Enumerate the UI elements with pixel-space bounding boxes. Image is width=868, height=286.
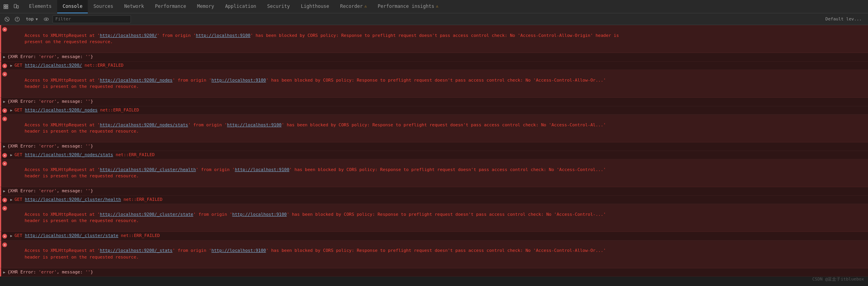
expand-icon[interactable]: ▶ bbox=[2, 55, 7, 59]
expand-icon[interactable]: ▶ bbox=[2, 99, 7, 104]
error-icon: ✕ bbox=[2, 197, 7, 203]
url-link[interactable]: http://localhost:9100 bbox=[212, 78, 266, 83]
svg-point-10 bbox=[17, 20, 18, 21]
url-link[interactable]: http://localhost:9200/_cluster/state bbox=[25, 233, 118, 238]
expand-icon[interactable]: ▶ bbox=[2, 270, 7, 275]
entry-text: Access to XMLHttpRequest at 'http://loca… bbox=[9, 241, 866, 267]
url-link[interactable]: http://localhost:9200/_nodes/stats bbox=[25, 152, 113, 157]
error-icon: ✕ bbox=[2, 63, 7, 69]
entry-text: GET http://localhost:9200/_cluster/healt… bbox=[14, 197, 866, 203]
log-entry-get: ✕ ▶ GET http://localhost:9200/_cluster/h… bbox=[0, 196, 868, 204]
tab-recorder[interactable]: Recorder bbox=[335, 0, 372, 13]
url-link[interactable]: http://localhost:9100 bbox=[227, 122, 281, 128]
url-link[interactable]: http://localhost:9100 bbox=[212, 248, 266, 253]
url-link[interactable]: http://localhost:9100 bbox=[235, 167, 289, 172]
entry-text: GET http://localhost:9200/ net::ERR_FAIL… bbox=[14, 62, 866, 69]
tab-application[interactable]: Application bbox=[219, 0, 261, 13]
entry-text: {XHR Error: 'error', message: ''} bbox=[7, 269, 866, 276]
tab-lighthouse[interactable]: Lighthouse bbox=[295, 0, 335, 13]
url-link[interactable]: http://localhost:9200/_cluster/state bbox=[100, 212, 193, 217]
svg-rect-2 bbox=[4, 7, 5, 9]
log-entry: ✕ Access to XMLHttpRequest at 'http://lo… bbox=[0, 70, 868, 98]
tab-performance[interactable]: Performance bbox=[150, 0, 192, 13]
log-entry-xhr: ▶ {XHR Error: 'error', message: ''} bbox=[0, 98, 868, 106]
log-entry: ✕ Access to XMLHttpRequest at 'http://lo… bbox=[0, 115, 868, 142]
expand-icon[interactable]: ▶ bbox=[9, 153, 14, 157]
tab-sources[interactable]: Sources bbox=[88, 0, 119, 13]
url-link[interactable]: http://localhost:9200/_cluster/health bbox=[25, 197, 121, 202]
url-link[interactable]: http://localhost:9200/_nodes bbox=[25, 107, 98, 113]
error-icon: ✕ bbox=[2, 27, 7, 32]
device-icon[interactable] bbox=[12, 2, 20, 11]
expand-icon[interactable]: ▶ bbox=[9, 63, 14, 68]
tab-performance-insights[interactable]: Performance insights bbox=[372, 0, 444, 13]
url-link[interactable]: http://localhost:9200/ bbox=[25, 63, 82, 68]
entry-text: GET http://localhost:9200/_cluster/state… bbox=[14, 233, 866, 239]
entry-text: {XHR Error: 'error', message: ''} bbox=[7, 143, 866, 150]
expand-icon[interactable]: ▶ bbox=[9, 108, 14, 113]
devtools-icons bbox=[2, 2, 20, 11]
log-entry-get: ✕ ▶ GET http://localhost:9200/_nodes/sta… bbox=[0, 151, 868, 160]
url-link[interactable]: http://localhost:9200/_nodes bbox=[100, 78, 172, 83]
entry-text: Access to XMLHttpRequest at 'http://loca… bbox=[9, 115, 866, 141]
log-entry: ✕ Access to XMLHttpRequest at 'http://lo… bbox=[0, 240, 868, 268]
tab-security[interactable]: Security bbox=[262, 0, 295, 13]
svg-line-7 bbox=[6, 18, 8, 20]
svg-rect-1 bbox=[6, 5, 8, 6]
pause-on-exception-button[interactable] bbox=[13, 15, 21, 23]
eye-icon-button[interactable] bbox=[42, 15, 50, 23]
entry-text: Access to XMLHttpRequest at 'http://loca… bbox=[9, 205, 866, 231]
log-entry-xhr: ▶ {XHR Error: 'error', message: ''} bbox=[0, 53, 868, 62]
svg-rect-5 bbox=[17, 5, 18, 8]
entry-text: GET http://localhost:9200/_nodes/stats n… bbox=[14, 152, 866, 158]
log-entry-get: ✕ ▶ GET http://localhost:9200/ net::ERR_… bbox=[0, 62, 868, 70]
tab-elements[interactable]: Elements bbox=[24, 0, 57, 13]
url-link[interactable]: http://localhost:9200/_cluster/health bbox=[100, 167, 196, 172]
log-entry-xhr: ▶ {XHR Error: 'error', message: ''} bbox=[0, 268, 868, 277]
console-output: ✕ Access to XMLHttpRequest at 'http://lo… bbox=[0, 25, 868, 286]
log-entry: ✕ Access to XMLHttpRequest at 'http://lo… bbox=[0, 25, 868, 53]
log-level-selector[interactable]: top ▼ bbox=[24, 16, 40, 22]
filter-input[interactable] bbox=[53, 15, 131, 23]
tab-memory[interactable]: Memory bbox=[192, 0, 219, 13]
default-level-label: Default lev... bbox=[825, 16, 862, 22]
entry-text: Access to XMLHttpRequest at 'http://loca… bbox=[9, 71, 866, 97]
url-link[interactable]: http://localhost:9200/_nodes/stats bbox=[100, 122, 188, 128]
expand-icon[interactable]: ▶ bbox=[9, 233, 14, 238]
tab-console[interactable]: Console bbox=[57, 0, 88, 13]
log-entry-get: ✕ ▶ GET http://localhost:9200/_nodes net… bbox=[0, 106, 868, 115]
chevron-down-icon: ▼ bbox=[36, 17, 38, 21]
error-icon: ✕ bbox=[2, 161, 7, 166]
inspect-icon[interactable] bbox=[2, 2, 10, 11]
entry-text: GET http://localhost:9200/_nodes net::ER… bbox=[14, 107, 866, 114]
url-link[interactable]: http://localhost:9200/ bbox=[100, 33, 157, 38]
error-icon: ✕ bbox=[2, 116, 7, 122]
log-entry: ✕ Access to XMLHttpRequest at 'http://lo… bbox=[0, 159, 868, 187]
url-link[interactable]: http://localhost:9200/_stats bbox=[100, 248, 172, 253]
error-icon: ✕ bbox=[2, 242, 7, 248]
svg-point-12 bbox=[45, 18, 47, 20]
entry-text: Access to XMLHttpRequest at 'http://loca… bbox=[9, 26, 866, 52]
error-icon: ✕ bbox=[2, 233, 7, 239]
entry-text: {XHR Error: 'error', message: ''} bbox=[7, 188, 866, 195]
url-link[interactable]: http://localhost:9100 bbox=[232, 212, 287, 217]
expand-icon[interactable]: ▶ bbox=[2, 144, 7, 149]
tab-bar: Elements Console Sources Network Perform… bbox=[0, 0, 868, 13]
tab-network[interactable]: Network bbox=[119, 0, 150, 13]
log-entry: ✕ Access to XMLHttpRequest at 'http://lo… bbox=[0, 204, 868, 232]
error-icon: ✕ bbox=[2, 108, 7, 113]
entry-text: {XHR Error: 'error', message: ''} bbox=[7, 98, 866, 105]
expand-icon[interactable]: ▶ bbox=[9, 197, 14, 202]
error-icon: ✕ bbox=[2, 206, 7, 211]
error-icon: ✕ bbox=[2, 71, 7, 77]
url-link[interactable]: http://localhost:9100 bbox=[196, 33, 250, 38]
error-icon: ✕ bbox=[2, 153, 7, 158]
entry-text: {XHR Error: 'error', message: ''} bbox=[7, 54, 866, 60]
watermark: CSDN @蓝盒子itbluebox bbox=[812, 276, 864, 282]
expand-icon[interactable]: ▶ bbox=[2, 189, 7, 193]
entry-text: Access to XMLHttpRequest at 'http://loca… bbox=[9, 160, 866, 186]
clear-console-button[interactable] bbox=[3, 15, 11, 23]
svg-rect-4 bbox=[14, 4, 16, 8]
console-toolbar: top ▼ Default lev... bbox=[0, 13, 868, 25]
log-entry-xhr: ▶ {XHR Error: 'error', message: ''} bbox=[0, 142, 868, 151]
